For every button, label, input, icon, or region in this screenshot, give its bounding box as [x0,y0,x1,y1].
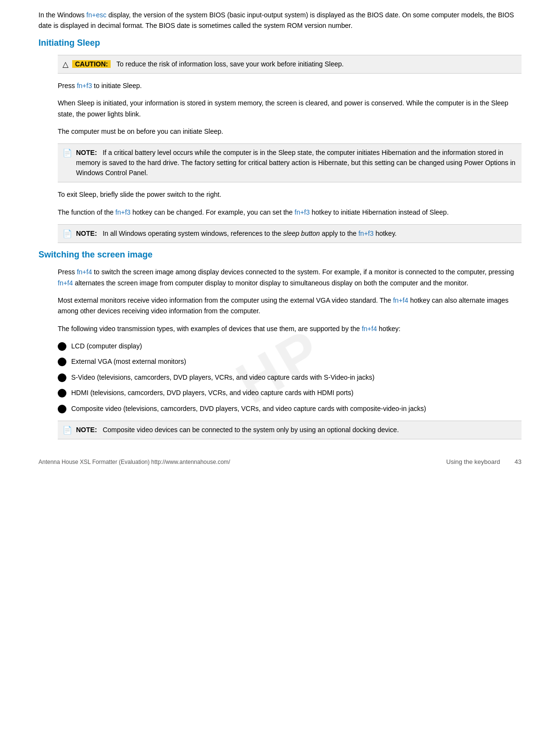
intro-paragraph: In the Windows fn+esc display, the versi… [38,10,522,31]
footer: Using the keyboard 43 [446,458,522,465]
note2-icon: 📄 [63,229,72,238]
list-item-text: External VGA (most external monitors) [71,356,186,367]
fn-f3-link-4[interactable]: fn+f3 [358,230,374,237]
list-item-text: S-Video (televisions, camcorders, DVD pl… [71,372,375,383]
caution-box: △ CAUTION: To reduce the risk of informa… [58,55,522,74]
note1-label: NOTE: [76,149,97,156]
fn-f3-link-3[interactable]: fn+f3 [294,208,310,216]
list-item: Composite video (televisions, camcorders… [58,403,522,414]
note2-label: NOTE: [76,230,97,237]
list-item: HDMI (televisions, camcorders, DVD playe… [58,387,522,398]
bullet-icon [58,342,66,351]
note2-content: NOTE: In all Windows operating system wi… [76,229,397,239]
fn-f4-link-4[interactable]: fn+f4 [362,325,377,333]
para1: Press fn+f3 to initiate Sleep. [58,80,522,91]
footer-section-label: Using the keyboard [446,458,500,465]
s2-note-icon: 📄 [63,425,72,435]
s2-para1: Press fn+f4 to switch the screen image a… [58,267,522,288]
para5: The function of the fn+f3 hotkey can be … [58,207,522,218]
s2-note-label: NOTE: [76,426,97,434]
s2-para3: The following video transmission types, … [58,323,522,334]
caution-label: CAUTION: [72,60,111,68]
fn-f3-link-2[interactable]: fn+f3 [115,208,131,216]
s2-note-content: NOTE: Composite video devices can be con… [76,425,399,435]
list-item-text: HDMI (televisions, camcorders, DVD playe… [71,387,354,398]
para3: The computer must be on before you can i… [58,126,522,137]
para4: To exit Sleep, briefly slide the power s… [58,189,522,200]
fn-f4-link-2[interactable]: fn+f4 [58,279,73,287]
section2-heading: Switching the screen image [38,250,522,260]
footer-page-number: 43 [515,458,522,465]
bullet-icon [58,358,66,366]
bullet-icon [58,389,66,398]
note1-text: If a critical battery level occurs while… [76,149,515,177]
s2-note-box: 📄 NOTE: Composite video devices can be c… [58,421,522,439]
note2-text: In all Windows operating system windows,… [102,230,396,237]
footer-left: Antenna House XSL Formatter (Evaluation)… [38,459,230,465]
fn-f4-link-1[interactable]: fn+f4 [77,268,92,276]
list-item: LCD (computer display) [58,341,522,351]
list-item-text: LCD (computer display) [71,341,142,351]
fn-f3-link-1[interactable]: fn+f3 [77,82,92,90]
section1-heading: Initiating Sleep [38,38,522,48]
s2-para2: Most external monitors receive video inf… [58,295,522,317]
fn-f4-link-3[interactable]: fn+f4 [393,296,408,304]
note1-content: NOTE: If a critical battery level occurs… [76,148,517,178]
note1-box: 📄 NOTE: If a critical battery level occu… [58,143,522,182]
caution-text: To reduce the risk of information loss, … [116,60,344,68]
s2-note-text: Composite video devices can be connected… [102,426,399,434]
fn-esc-link[interactable]: fn+esc [87,11,107,19]
video-types-list: LCD (computer display) External VGA (mos… [58,341,522,414]
note1-icon: 📄 [63,148,72,157]
list-item: S-Video (televisions, camcorders, DVD pl… [58,372,522,383]
list-item: External VGA (most external monitors) [58,356,522,367]
list-item-text: Composite video (televisions, camcorders… [71,403,426,414]
bullet-icon [58,373,66,382]
note2-box: 📄 NOTE: In all Windows operating system … [58,224,522,243]
caution-content: CAUTION: To reduce the risk of informati… [72,59,344,69]
caution-icon: △ [63,60,68,69]
bullet-icon [58,405,66,413]
para2: When Sleep is initiated, your informatio… [58,98,522,119]
